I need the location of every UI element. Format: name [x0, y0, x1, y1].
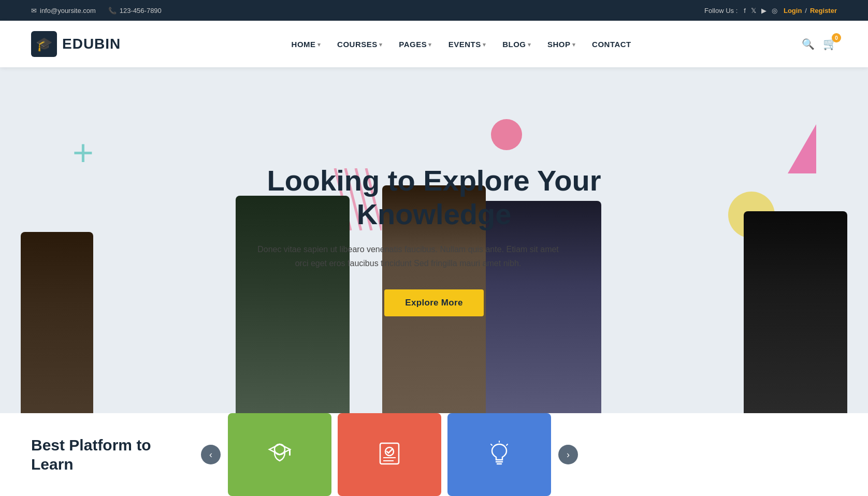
olive-cross-shape: +: [31, 308, 48, 341]
logo-icon: [31, 31, 57, 57]
nav-blog[interactable]: BLOG ▾: [495, 21, 538, 67]
blog-chevron-icon: ▾: [528, 41, 531, 48]
nav-actions: 🔍 🛒 0: [802, 37, 837, 51]
nav-courses[interactable]: COURSES ▾: [330, 21, 389, 67]
mail-icon: ✉: [31, 7, 37, 14]
student-1: [21, 232, 93, 413]
search-icon[interactable]: 🔍: [802, 38, 815, 50]
book-icon: [375, 439, 404, 470]
teal-cross-shape: +: [73, 135, 94, 171]
student-5: [744, 211, 847, 413]
events-chevron-icon: ▾: [483, 41, 486, 48]
nav-contact[interactable]: CONTACT: [585, 21, 639, 67]
top-bar-right: Follow Us : f 𝕏 ▶ ◎ Login / Register: [704, 7, 837, 14]
home-chevron-icon: ▾: [317, 41, 321, 48]
cart-badge: 0: [832, 33, 841, 42]
social-icons: f 𝕏 ▶ ◎: [744, 7, 777, 14]
platform-cards: ‹: [197, 413, 837, 496]
auth-links: Login / Register: [784, 7, 837, 14]
explore-more-button[interactable]: Explore More: [384, 289, 483, 316]
platform-card-graduation[interactable]: [228, 413, 331, 496]
svg-line-13: [507, 444, 508, 445]
main-nav: HOME ▾ COURSES ▾ PAGES ▾ EVENTS ▾ BLOG ▾…: [284, 21, 639, 67]
twitter-icon[interactable]: 𝕏: [751, 7, 756, 14]
register-link[interactable]: Register: [810, 7, 837, 14]
instagram-icon[interactable]: ◎: [772, 7, 777, 14]
follow-label: Follow Us :: [704, 7, 737, 14]
cart-wrapper[interactable]: 🛒 0: [823, 37, 837, 51]
phone-icon: 📞: [108, 7, 117, 14]
svg-line-14: [491, 444, 492, 445]
bottom-section: Best Platform to Learn ‹: [0, 413, 868, 496]
hero-content: Looking to Explore Your Knowledge Donec …: [253, 164, 615, 316]
hero-subtitle: Donec vitae sapien ut libearo venenatis …: [253, 242, 563, 270]
courses-chevron-icon: ▾: [379, 41, 383, 48]
phone-info: 📞 123-456-7890: [108, 7, 162, 14]
shop-chevron-icon: ▾: [572, 41, 576, 48]
pink-triangle-shape: [788, 124, 816, 173]
prev-button[interactable]: ‹: [201, 445, 221, 464]
nav-events[interactable]: EVENTS ▾: [441, 21, 494, 67]
top-bar: ✉ info@yoursite.com 📞 123-456-7890 Follo…: [0, 0, 868, 21]
top-bar-contact: ✉ info@yoursite.com 📞 123-456-7890: [31, 7, 162, 14]
header: EDUBIN HOME ▾ COURSES ▾ PAGES ▾ EVENTS ▾…: [0, 21, 868, 67]
platform-title: Best Platform to Learn: [31, 435, 151, 474]
platform-card-bulb[interactable]: [447, 413, 551, 496]
graduation-icon: [265, 439, 294, 470]
pages-chevron-icon: ▾: [428, 41, 432, 48]
nav-home[interactable]: HOME ▾: [284, 21, 328, 67]
pink-circle-shape: [491, 119, 522, 150]
logo-text: EDUBIN: [62, 36, 121, 52]
bulb-icon: [485, 439, 514, 470]
email-info: ✉ info@yoursite.com: [31, 7, 96, 14]
youtube-icon[interactable]: ▶: [761, 7, 766, 14]
hero-title: Looking to Explore Your Knowledge: [253, 164, 615, 231]
next-button[interactable]: ›: [558, 445, 578, 464]
nav-shop[interactable]: SHOP ▾: [540, 21, 583, 67]
login-link[interactable]: Login: [784, 7, 802, 14]
hero-section: + +: [0, 67, 868, 413]
svg-rect-5: [289, 449, 291, 456]
yellow-circle-shape: [728, 192, 775, 238]
auth-divider: /: [805, 7, 807, 14]
nav-pages[interactable]: PAGES ▾: [392, 21, 439, 67]
platform-card-book[interactable]: [338, 413, 441, 496]
facebook-icon[interactable]: f: [744, 7, 746, 14]
best-platform: Best Platform to Learn: [31, 413, 197, 496]
logo[interactable]: EDUBIN: [31, 31, 121, 57]
